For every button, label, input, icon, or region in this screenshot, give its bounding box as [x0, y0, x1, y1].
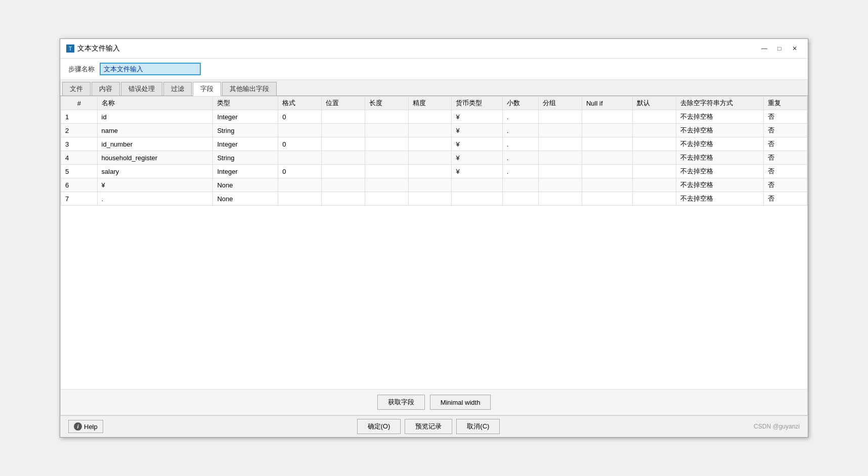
table-cell[interactable]: Integer	[213, 110, 278, 124]
table-cell[interactable]	[365, 124, 408, 137]
table-cell[interactable]	[539, 124, 582, 137]
table-cell[interactable]	[278, 124, 322, 137]
table-cell[interactable]	[408, 151, 452, 165]
table-cell[interactable]	[582, 165, 632, 178]
table-cell[interactable]	[582, 110, 632, 124]
table-cell[interactable]	[539, 137, 582, 151]
table-cell[interactable]	[633, 165, 676, 178]
preview-button[interactable]: 预览记录	[405, 419, 452, 434]
table-cell[interactable]: 不去掉空格	[676, 124, 763, 137]
table-cell[interactable]	[365, 110, 408, 124]
table-cell[interactable]: ¥	[452, 137, 502, 151]
help-button[interactable]: i Help	[68, 420, 103, 433]
minimal-width-button[interactable]: Minimal width	[430, 395, 491, 410]
table-cell[interactable]: .	[502, 137, 539, 151]
table-cell[interactable]: 不去掉空格	[676, 110, 763, 124]
table-cell[interactable]: 0	[278, 165, 322, 178]
table-row[interactable]: 5salaryInteger0¥.不去掉空格否	[61, 165, 807, 178]
table-cell[interactable]: 4	[61, 151, 98, 165]
table-cell[interactable]: Integer	[213, 137, 278, 151]
table-row[interactable]: 4household_registerString¥.不去掉空格否	[61, 151, 807, 165]
table-cell[interactable]	[322, 137, 365, 151]
table-cell[interactable]	[582, 137, 632, 151]
table-cell[interactable]	[365, 137, 408, 151]
table-row[interactable]: 3id_numberInteger0¥.不去掉空格否	[61, 137, 807, 151]
table-row[interactable]: 2nameString¥.不去掉空格否	[61, 124, 807, 137]
table-cell[interactable]	[408, 110, 452, 124]
table-cell[interactable]: 不去掉空格	[676, 178, 763, 192]
table-cell[interactable]	[452, 178, 502, 192]
table-cell[interactable]: None	[213, 178, 278, 192]
table-row[interactable]: 7.None不去掉空格否	[61, 192, 807, 206]
table-cell[interactable]	[322, 124, 365, 137]
table-cell[interactable]	[539, 110, 582, 124]
tab-error[interactable]: 错误处理	[121, 82, 162, 96]
table-cell[interactable]	[633, 110, 676, 124]
table-cell[interactable]: id_number	[97, 137, 213, 151]
table-cell[interactable]	[322, 192, 365, 206]
table-cell[interactable]: 否	[764, 165, 807, 178]
table-cell[interactable]	[408, 124, 452, 137]
table-cell[interactable]: ¥	[452, 165, 502, 178]
table-cell[interactable]	[278, 178, 322, 192]
table-cell[interactable]: String	[213, 151, 278, 165]
get-fields-button[interactable]: 获取字段	[377, 395, 425, 410]
table-cell[interactable]	[539, 178, 582, 192]
table-cell[interactable]	[539, 192, 582, 206]
table-cell[interactable]: 否	[764, 151, 807, 165]
table-cell[interactable]	[539, 151, 582, 165]
table-cell[interactable]	[633, 192, 676, 206]
table-cell[interactable]: 7	[61, 192, 98, 206]
table-cell[interactable]	[365, 165, 408, 178]
table-cell[interactable]: 6	[61, 178, 98, 192]
table-cell[interactable]: household_register	[97, 151, 213, 165]
table-cell[interactable]: 不去掉空格	[676, 165, 763, 178]
table-cell[interactable]: ¥	[452, 151, 502, 165]
table-cell[interactable]	[322, 110, 365, 124]
table-row[interactable]: 6¥None不去掉空格否	[61, 178, 807, 192]
table-cell[interactable]: 不去掉空格	[676, 192, 763, 206]
table-row[interactable]: 1idInteger0¥.不去掉空格否	[61, 110, 807, 124]
table-cell[interactable]	[365, 178, 408, 192]
table-cell[interactable]	[633, 151, 676, 165]
table-cell[interactable]: 2	[61, 124, 98, 137]
table-cell[interactable]	[502, 192, 539, 206]
minimize-button[interactable]: —	[757, 43, 771, 54]
table-cell[interactable]	[633, 178, 676, 192]
table-cell[interactable]	[582, 178, 632, 192]
step-name-input[interactable]	[100, 63, 201, 75]
cancel-button[interactable]: 取消(C)	[456, 419, 500, 434]
table-cell[interactable]	[633, 137, 676, 151]
table-cell[interactable]: .	[97, 192, 213, 206]
table-cell[interactable]	[539, 165, 582, 178]
tab-file[interactable]: 文件	[62, 82, 91, 96]
table-cell[interactable]	[278, 151, 322, 165]
table-cell[interactable]: name	[97, 124, 213, 137]
table-cell[interactable]	[408, 192, 452, 206]
table-cell[interactable]: ¥	[452, 124, 502, 137]
table-cell[interactable]	[278, 192, 322, 206]
table-cell[interactable]	[322, 151, 365, 165]
table-cell[interactable]	[408, 178, 452, 192]
table-cell[interactable]: String	[213, 124, 278, 137]
table-cell[interactable]: 0	[278, 110, 322, 124]
table-cell[interactable]: .	[502, 165, 539, 178]
table-cell[interactable]: 否	[764, 137, 807, 151]
table-cell[interactable]	[582, 124, 632, 137]
table-cell[interactable]	[322, 165, 365, 178]
maximize-button[interactable]: □	[772, 43, 787, 54]
table-cell[interactable]	[582, 192, 632, 206]
table-cell[interactable]: 0	[278, 137, 322, 151]
table-cell[interactable]: 否	[764, 110, 807, 124]
table-cell[interactable]: 否	[764, 178, 807, 192]
table-cell[interactable]: salary	[97, 165, 213, 178]
table-cell[interactable]	[502, 178, 539, 192]
table-cell[interactable]: None	[213, 192, 278, 206]
table-cell[interactable]: ¥	[97, 178, 213, 192]
tab-filter[interactable]: 过滤	[163, 82, 192, 96]
table-cell[interactable]: 不去掉空格	[676, 137, 763, 151]
table-container[interactable]: # 名称 类型 格式 位置 长度 精度 货币类型 小数 分组 Null if 默…	[61, 96, 807, 389]
tab-other-output[interactable]: 其他输出字段	[222, 82, 277, 96]
table-cell[interactable]	[633, 124, 676, 137]
table-cell[interactable]: 5	[61, 165, 98, 178]
